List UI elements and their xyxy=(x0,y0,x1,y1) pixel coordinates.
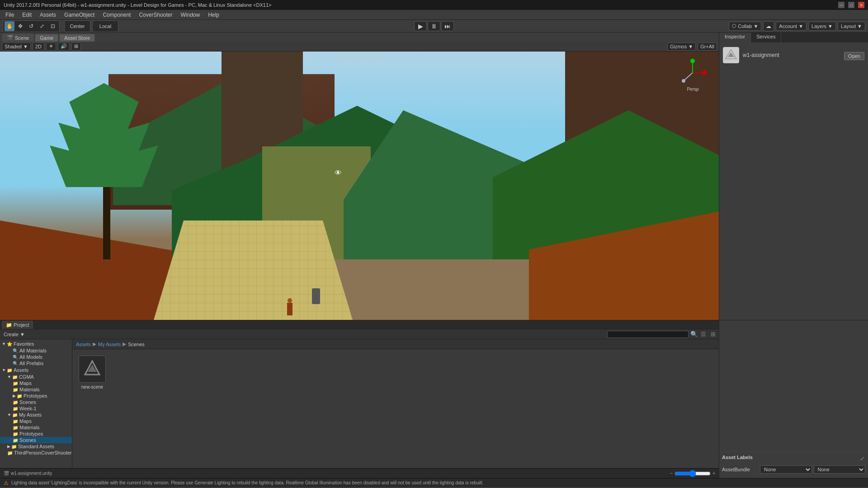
scene-eye-cursor: 👁 xyxy=(335,169,342,177)
search-area: 🔍 ☰ ⊞ xyxy=(607,330,719,338)
audio-button[interactable]: 🔊 xyxy=(58,42,70,51)
tree-standard-assets[interactable]: ▶ 📁 Standard Assets xyxy=(0,443,72,450)
tree-assets-header[interactable]: ▼ 📁 Assets xyxy=(0,366,72,374)
file-tree: ▼ ⭐ Favorites 🔍 All Materials 🔍 All Mode… xyxy=(0,339,72,468)
menu-assets[interactable]: Assets xyxy=(36,11,60,19)
asset-view: Assets ▶ My Assets ▶ Scenes xyxy=(72,339,719,468)
2d-button[interactable]: 2D xyxy=(33,42,44,51)
pivot-group: Center xyxy=(64,20,90,32)
roof-red-left xyxy=(0,221,172,320)
asset-new-scene[interactable]: new-scene xyxy=(77,354,108,391)
pivot-center-button[interactable]: Center xyxy=(66,21,89,31)
asset-content: new-scene xyxy=(72,349,719,396)
breadcrumb-my-assets[interactable]: My Assets xyxy=(98,342,121,347)
inspector-body: w1-assignment Open xyxy=(719,42,868,320)
cloud-button[interactable]: ☁ xyxy=(763,21,774,31)
gr-all-field[interactable]: Gr+All xyxy=(698,42,717,51)
gizmos-dropdown[interactable]: Gizmos ▼ xyxy=(667,42,696,51)
rect-tool-button[interactable]: ⊡ xyxy=(48,21,58,31)
tree-cgma-week1[interactable]: 📁 Week-1 xyxy=(0,405,72,412)
scale-tool-button[interactable]: ⤢ xyxy=(37,21,47,31)
tree-third-person[interactable]: 📁 ThirdPersonCoverShooter xyxy=(0,450,72,456)
pivot-local-button[interactable]: Local xyxy=(94,21,117,31)
project-tab-bar: 📁 Project xyxy=(0,320,719,329)
create-button[interactable]: Create ▼ xyxy=(0,331,28,338)
menu-file[interactable]: File xyxy=(2,11,18,19)
tree-cgma-maps[interactable]: 📁 Maps xyxy=(0,380,72,386)
unity-logo-icon xyxy=(723,47,739,63)
tree-cgma[interactable]: ▼ 📁 CGMA xyxy=(0,374,72,380)
search-input[interactable] xyxy=(607,331,689,338)
tree-myassets-maps[interactable]: 📁 Maps xyxy=(0,418,72,424)
filter-button[interactable]: ☰ xyxy=(699,330,708,338)
tree-myassets-materials[interactable]: 📁 Materials xyxy=(0,424,72,431)
collab-button[interactable]: ⬡ Collab ▼ xyxy=(729,22,761,31)
asset-bundle-label-text: AssetBundle xyxy=(722,467,758,472)
tab-scene[interactable]: 🎬 Scene xyxy=(2,33,34,42)
inspector-tabs: Inspector Services xyxy=(719,33,868,42)
step-button[interactable]: ⏭ xyxy=(441,21,454,31)
tree-myassets-prototypes[interactable]: 📁 Prototypes xyxy=(0,431,72,437)
asset-labels-checkmark: ✓ xyxy=(860,455,865,462)
view-toggle-button[interactable]: ⊞ xyxy=(709,330,717,338)
maximize-button[interactable]: □ xyxy=(848,2,854,8)
zoom-slider[interactable] xyxy=(675,471,711,476)
menu-edit[interactable]: Edit xyxy=(19,11,35,19)
scene-viewport[interactable]: 👁 Persp xyxy=(0,52,719,320)
layers-button[interactable]: Layers ▼ xyxy=(808,22,836,31)
tab-services[interactable]: Services xyxy=(751,33,781,42)
tree-all-models[interactable]: 🔍 All Models xyxy=(0,354,72,360)
tree-cgma-materials[interactable]: 📁 Materials xyxy=(0,386,72,393)
tree-all-materials[interactable]: 🔍 All Materials xyxy=(0,347,72,354)
menu-component[interactable]: Component xyxy=(99,11,134,19)
scene-file-name: w1-assignment.unity xyxy=(11,471,52,476)
pause-button[interactable]: ⏸ xyxy=(428,21,440,31)
move-tool-button[interactable]: ✥ xyxy=(15,21,25,31)
zoom-plus[interactable]: + xyxy=(712,471,715,476)
asset-bundle-select[interactable]: None xyxy=(760,465,812,474)
account-button[interactable]: Account ▼ xyxy=(776,22,807,31)
tree-my-assets[interactable]: ▼ 📁 My Assets xyxy=(0,412,72,418)
shaded-dropdown[interactable]: Shaded ▼ xyxy=(2,42,31,51)
menu-help[interactable]: Help xyxy=(204,11,223,19)
bottom-inspector-panel: Asset Labels ✓ AssetBundle None None xyxy=(719,320,868,478)
menu-window[interactable]: Window xyxy=(177,11,204,19)
tree-myassets-scenes[interactable]: 📁 Scenes xyxy=(0,437,72,443)
tree-cgma-prototypes[interactable]: ▶ 📁 Prototypes xyxy=(0,393,72,399)
menu-gameobject[interactable]: GameObject xyxy=(61,11,98,19)
toolbar: ✋ ✥ ↺ ⤢ ⊡ Center Local ▶ ⏸ ⏭ ⬡ Collab ▼ … xyxy=(0,20,868,33)
breadcrumb-assets[interactable]: Assets xyxy=(76,342,91,347)
barrel-prop xyxy=(312,288,320,304)
effects-button[interactable]: ⊞ xyxy=(71,42,81,51)
asset-new-scene-icon xyxy=(79,356,106,383)
tree-cgma-scenes[interactable]: 📁 Scenes xyxy=(0,399,72,405)
project-top-bar: Create ▼ 🔍 ☰ ⊞ xyxy=(0,329,719,339)
bottom-area: 📁 Project Create ▼ 🔍 ☰ ⊞ ▼ xyxy=(0,320,868,478)
hand-tool-button[interactable]: ✋ xyxy=(5,21,14,31)
layout-button[interactable]: Layout ▼ xyxy=(838,22,865,31)
tree-all-prefabs[interactable]: 🔍 All Prefabs xyxy=(0,360,72,366)
collab-icon: ⬡ xyxy=(732,23,736,29)
right-toolbar: ⬡ Collab ▼ ☁ Account ▼ Layers ▼ Layout ▼ xyxy=(729,21,865,31)
menu-bar: File Edit Assets GameObject Component Co… xyxy=(0,10,868,20)
project-panel: 📁 Project Create ▼ 🔍 ☰ ⊞ ▼ xyxy=(0,320,719,478)
menu-covershooter[interactable]: CoverShooter xyxy=(135,11,176,19)
play-button[interactable]: ▶ xyxy=(414,21,427,31)
tab-asset-store[interactable]: Asset Store xyxy=(59,34,95,42)
tab-inspector[interactable]: Inspector xyxy=(719,33,751,42)
watermark: www.rrcg.cn xyxy=(335,54,383,63)
favorites-icon: ⭐ xyxy=(7,342,12,347)
close-button[interactable]: ✕ xyxy=(858,2,864,8)
search-button[interactable]: 🔍 xyxy=(690,330,698,338)
minimize-button[interactable]: ─ xyxy=(838,2,844,8)
window-controls: ─ □ ✕ xyxy=(838,2,864,8)
zoom-minus[interactable]: − xyxy=(670,471,673,476)
asset-bundle-variant-select[interactable]: None xyxy=(814,465,866,474)
rotate-tool-button[interactable]: ↺ xyxy=(26,21,36,31)
lighting-button[interactable]: ☀ xyxy=(46,42,56,51)
asset-labels-title: Asset Labels xyxy=(722,455,753,460)
inspector-open-button[interactable]: Open xyxy=(844,52,864,60)
tab-game[interactable]: Game xyxy=(35,34,58,42)
tree-favorites-header[interactable]: ▼ ⭐ Favorites xyxy=(0,340,72,347)
tab-project[interactable]: 📁 Project xyxy=(2,321,33,329)
